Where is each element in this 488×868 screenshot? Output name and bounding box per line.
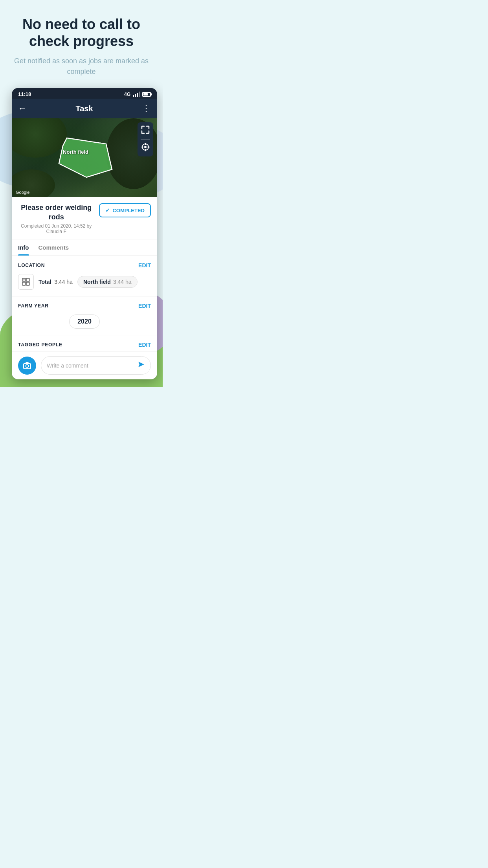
completed-badge[interactable]: ✓ COMPLETED: [99, 203, 151, 217]
content-panel: Please order welding rods Completed 01 J…: [12, 197, 157, 379]
field-polygon: [55, 134, 118, 181]
navigation-bar: ← Task ⋮: [12, 99, 157, 118]
location-section-title: LOCATION: [18, 263, 45, 268]
more-options-button[interactable]: ⋮: [142, 103, 151, 114]
svg-rect-10: [26, 282, 29, 285]
task-header: Please order welding rods Completed 01 J…: [12, 197, 157, 239]
google-watermark: Google: [16, 190, 29, 195]
signal-bars: [133, 92, 140, 97]
svg-rect-8: [26, 278, 29, 281]
location-header: LOCATION EDIT: [18, 262, 151, 268]
time-display: 11:18: [18, 91, 31, 97]
camera-button[interactable]: [18, 357, 36, 375]
location-section: LOCATION EDIT: [12, 256, 157, 296]
svg-point-2: [144, 146, 147, 148]
status-bar: 11:18 4G: [12, 88, 157, 99]
checkmark-icon: ✓: [105, 207, 110, 213]
svg-rect-9: [22, 282, 26, 285]
task-completion-info: Completed 01 Jun 2020, 14:52 by Claudia …: [18, 223, 94, 234]
field-tag-name: North field: [83, 279, 111, 285]
map-divider: [141, 139, 150, 140]
phone-mockup: 11:18 4G ← Task ⋮: [12, 88, 157, 379]
tabs-row: Info Comments: [12, 239, 157, 256]
farm-year-edit-button[interactable]: EDIT: [138, 303, 151, 309]
map-controls: [138, 122, 153, 156]
send-icon[interactable]: [137, 360, 145, 370]
comment-input[interactable]: Write a comment: [41, 356, 151, 375]
field-map-label: North field: [63, 149, 88, 155]
comment-placeholder: Write a comment: [47, 362, 88, 369]
hero-subtitle: Get notified as soon as jobs are marked …: [12, 56, 151, 77]
svg-marker-0: [59, 138, 112, 177]
tagged-people-title: TAGGED PEOPLE: [18, 342, 62, 348]
comment-area: Write a comment: [12, 351, 157, 379]
map-locate-button[interactable]: [141, 143, 150, 153]
svg-point-14: [26, 364, 29, 367]
location-row: Total 3.44 ha North field 3.44 ha: [18, 274, 151, 290]
hero-title: No need to call to check progress: [12, 16, 151, 50]
tab-comments[interactable]: Comments: [39, 239, 69, 256]
field-tag-ha: 3.44 ha: [113, 279, 132, 285]
tagged-people-section: TAGGED PEOPLE EDIT: [12, 335, 157, 351]
farm-year-title: FARM YEAR: [18, 303, 49, 309]
farm-year-header: FARM YEAR EDIT: [18, 303, 151, 309]
map-expand-button[interactable]: [141, 125, 150, 136]
tagged-people-edit-button[interactable]: EDIT: [138, 342, 151, 348]
field-tag[interactable]: North field 3.44 ha: [77, 276, 138, 288]
status-label: COMPLETED: [112, 208, 145, 213]
map-area[interactable]: North field: [12, 118, 157, 197]
map-background: North field: [12, 118, 157, 197]
battery-icon: [142, 92, 151, 97]
network-indicator: 4G: [124, 92, 130, 97]
status-right: 4G: [124, 92, 151, 97]
back-button[interactable]: ←: [18, 103, 27, 114]
tab-info[interactable]: Info: [18, 239, 29, 256]
location-edit-button[interactable]: EDIT: [138, 262, 151, 268]
task-title: Please order welding rods: [18, 203, 94, 222]
location-total: Total 3.44 ha: [39, 279, 73, 285]
year-chip: 2020: [69, 314, 100, 329]
farm-year-section: FARM YEAR EDIT 2020: [12, 296, 157, 335]
location-icon: [18, 274, 34, 290]
nav-title: Task: [75, 104, 93, 113]
task-info: Please order welding rods Completed 01 J…: [18, 203, 99, 234]
